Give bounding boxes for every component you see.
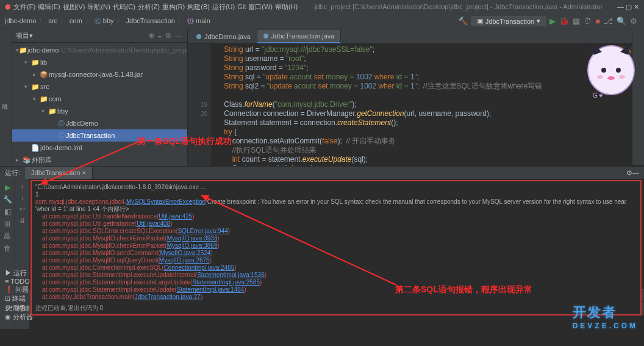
profile-icon[interactable]: ⏱	[584, 16, 592, 26]
console-output[interactable]: "C:\Users\Administrator\.jdks\corretto-1…	[30, 180, 642, 315]
sidebar-collapse-icon[interactable]: ÷	[158, 32, 162, 40]
editor-tab[interactable]: JdbcTransaction.java	[257, 30, 342, 43]
tool-window-button[interactable]: ▶ 运行	[5, 269, 33, 278]
menu-item[interactable]: 帮助(H)	[275, 3, 298, 10]
layout-icon[interactable]: ⊞	[4, 220, 10, 228]
menu-item[interactable]: 代码(C)	[113, 3, 135, 10]
search-icon[interactable]: 🔍	[617, 16, 626, 26]
tool-window-button[interactable]: ⊡ 终端	[5, 294, 33, 303]
menu-item[interactable]: 导航(N)	[87, 3, 110, 10]
run-button[interactable]: ▶	[549, 16, 556, 26]
trash-icon[interactable]: 🗑	[4, 244, 11, 253]
coverage-icon[interactable]: ▦	[573, 16, 580, 26]
tool-window-button[interactable]: ❗ 问题	[5, 285, 33, 294]
menu-item[interactable]: 编辑(E)	[38, 3, 60, 10]
menubar: ⬢ 文件(F)编辑(E)视图(V)导航(N)代码(C)分析(Z)重构(R)构建(…	[0, 0, 644, 13]
tool-window-button[interactable]: ≡ TODO	[5, 278, 33, 285]
run-settings-icon[interactable]: ⚙	[626, 169, 632, 177]
sidebar-select-icon[interactable]: ⊕	[149, 32, 154, 40]
stop-icon-small[interactable]: ◧	[4, 207, 11, 216]
stacktrace-link[interactable]: StatementImpl.java:2585	[192, 279, 260, 286]
tree-item[interactable]: ⒸJdbcDemo	[12, 117, 187, 129]
stacktrace-link[interactable]: SQLError.java:944	[177, 228, 227, 234]
close-button[interactable]: ✕	[634, 3, 639, 10]
stacktrace-link[interactable]: StatementImpl.java:1464	[177, 286, 245, 293]
project-sidebar: 项目 ▾ ⊕ ÷ ⚙ — ▾📁jdbc-demo C:\Users\Admini…	[12, 29, 188, 166]
menu-item[interactable]: 视图(V)	[63, 3, 85, 10]
svg-text:G ♥: G ♥	[593, 92, 603, 99]
debug-button[interactable]: 🐞	[559, 16, 569, 26]
svg-point-6	[597, 75, 603, 79]
sidebar-settings-icon[interactable]: ⚙	[165, 32, 171, 40]
stacktrace-link[interactable]: ConnectionImpl.java:2465	[164, 264, 235, 271]
tree-item[interactable]: ▾📁src	[12, 81, 187, 93]
breadcrumb-item[interactable]: jdbc-demo	[5, 17, 36, 24]
menu-item[interactable]: 窗口(W)	[248, 3, 273, 10]
console-exit: 进程已结束,退出代码为 0	[35, 305, 637, 312]
tree-item[interactable]: ▾📁com	[12, 93, 187, 105]
menu-item[interactable]: 文件(F)	[13, 3, 35, 10]
svg-point-7	[619, 75, 625, 79]
stacktrace-link[interactable]: Util.java:408	[137, 220, 170, 227]
stacktrace-link[interactable]: JdbcTransaction.java:27	[135, 294, 201, 300]
minimize-button[interactable]: —	[617, 3, 624, 10]
gutter: 1920	[188, 44, 211, 166]
breadcrumb-item[interactable]: ⓜ main	[187, 17, 210, 24]
settings-icon[interactable]: ⚙	[630, 16, 637, 26]
stacktrace-link[interactable]: MysqlIO.java:3869	[167, 242, 218, 249]
breadcrumb-item[interactable]: JdbcTransaction	[126, 17, 175, 24]
hammer-icon[interactable]: 🔨	[458, 16, 468, 26]
tree-item[interactable]: ▾📁lib	[12, 56, 187, 68]
run-tab[interactable]: JdbcTransaction ×	[25, 167, 93, 179]
git-branch-icon[interactable]: ⎇	[604, 16, 613, 26]
code-editor[interactable]: 1920 String url = "jdbc:mysql:///jdbc?us…	[188, 44, 644, 166]
exception-link[interactable]: MySQLSyntaxErrorException	[126, 198, 206, 205]
stacktrace-link[interactable]: MysqlIO.java:2675	[159, 257, 210, 264]
tool-window-button[interactable]: ◉ 分析器	[5, 312, 33, 322]
tree-item[interactable]: ▸📦mysql-connector-java-5.1.48.jar	[12, 68, 187, 81]
breadcrumb-item[interactable]: Ⓒ bby	[95, 17, 114, 24]
run-label: 运行:	[5, 168, 20, 178]
run-config-selector[interactable]: ▣ JdbcTransaction ▾	[471, 16, 546, 26]
print-icon[interactable]: 🖶	[4, 232, 11, 240]
tree-item[interactable]: ⒸJdbcTransaction	[12, 129, 187, 142]
console-output-1: 1	[35, 191, 637, 198]
stacktrace-link[interactable]: MysqlIO.java:3933	[167, 235, 218, 242]
up-arrow-icon[interactable]: ↑	[21, 183, 24, 190]
run-hide-icon[interactable]: —	[632, 169, 639, 176]
tree-item[interactable]: ▾📁jdbc-demo C:\Users\Administrator\Deskt…	[12, 44, 187, 56]
stacktrace-link[interactable]: StatementImpl.java:1536	[197, 272, 265, 278]
sidebar-title: 项目	[16, 31, 29, 40]
stop-button[interactable]: ■	[595, 16, 600, 26]
down-arrow-icon[interactable]: ↓	[21, 194, 24, 201]
editor-area: JdbcDemo.javaJdbcTransaction.java 1920 S…	[188, 29, 644, 166]
sidebar-hide-icon[interactable]: —	[175, 32, 182, 40]
window-title: jdbc_project [C:\Users\Administrator\Des…	[300, 3, 617, 10]
maximize-button[interactable]: ▢	[626, 3, 632, 10]
stacktrace-link[interactable]: Util.java:425	[159, 213, 192, 220]
tree-item[interactable]: ▸📚外部库	[12, 154, 187, 166]
tool-icon[interactable]: 🔧	[3, 195, 12, 204]
app-logo: ⬢	[5, 3, 11, 11]
git-status-icon[interactable]: ⎇	[5, 305, 13, 312]
svg-point-4	[616, 68, 621, 73]
svg-point-3	[601, 68, 606, 73]
breadcrumb-item[interactable]: src	[48, 17, 57, 24]
menu-item[interactable]: Git	[237, 3, 246, 10]
breadcrumb-item[interactable]: com	[70, 17, 82, 24]
kuromi-sticker: G ♥	[581, 37, 642, 104]
window-controls: — ▢ ✕	[617, 3, 639, 11]
rerun-icon[interactable]: ▶	[5, 183, 10, 192]
scroll-icon[interactable]: ⇊	[20, 217, 25, 225]
tree-item[interactable]: ▾📁bby	[12, 105, 187, 117]
tree-item[interactable]: 📄jdbc-demo.iml	[12, 142, 187, 154]
left-gutter: 项目	[0, 29, 12, 166]
menu-item[interactable]: 分析(Z)	[138, 3, 160, 10]
editor-tab[interactable]: JdbcDemo.java	[190, 30, 257, 43]
wrap-icon[interactable]: ↩	[20, 205, 25, 213]
menu-item[interactable]: 重构(R)	[162, 3, 185, 10]
menu-item[interactable]: 运行(U)	[212, 3, 235, 10]
menu-item[interactable]: 构建(B)	[187, 3, 210, 10]
stacktrace-link[interactable]: MysqlIO.java:2524	[160, 250, 211, 256]
svg-point-5	[607, 76, 615, 80]
